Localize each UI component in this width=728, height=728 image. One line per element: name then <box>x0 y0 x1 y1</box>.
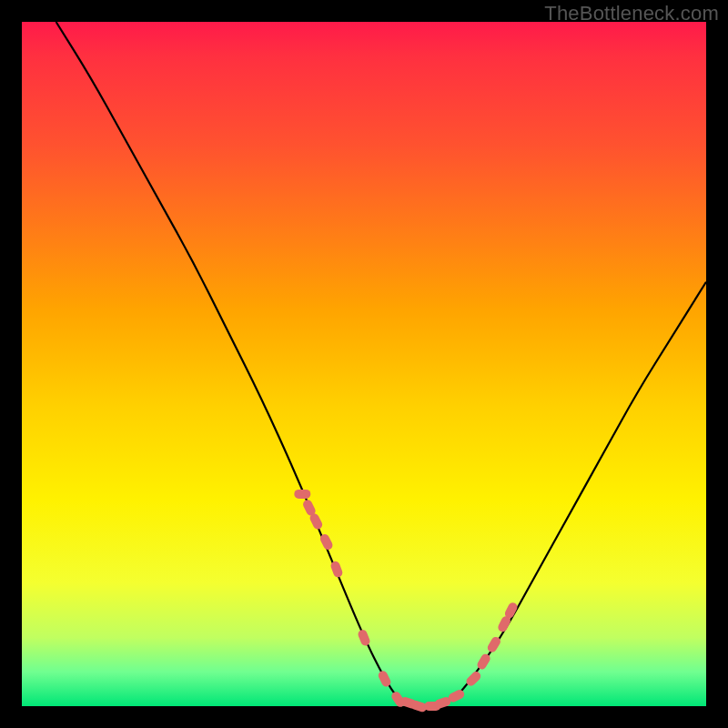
curve-marker <box>357 629 371 647</box>
marker-group <box>294 490 519 713</box>
bottleneck-curve <box>56 22 706 706</box>
chart-frame <box>22 22 706 706</box>
chart-svg <box>22 22 706 706</box>
curve-marker <box>294 490 310 499</box>
curve-marker <box>329 560 344 578</box>
attribution-text: TheBottleneck.com <box>544 2 719 25</box>
